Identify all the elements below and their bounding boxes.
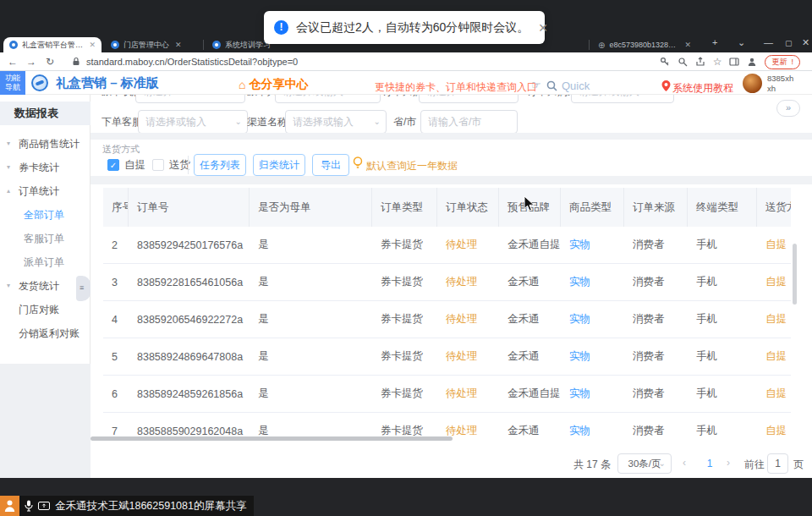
cell-delivery: 自提	[757, 238, 791, 252]
meeting-toast: ! 会议已超过2人，自动转为60分钟限时会议。 ✕	[264, 11, 545, 44]
screen: 礼盒营销平台管理中心 ✕ 门店管理中心 ✕ 系统培训学习 ⊕ e8c573980…	[0, 0, 812, 516]
browser-tab-1[interactable]: 礼盒营销平台管理中心 ✕	[3, 37, 102, 52]
current-page[interactable]: 1	[701, 458, 718, 469]
new-tab-button[interactable]: +	[712, 37, 717, 47]
reload-icon[interactable]: ↻	[41, 56, 59, 68]
sidebar-item-rebate-reconcile[interactable]: 分销返利对账	[0, 321, 91, 345]
maximize-icon[interactable]: ▢	[785, 39, 793, 47]
tab-favicon	[9, 41, 18, 49]
category-stats-button[interactable]: 归类统计	[253, 154, 305, 176]
share-icon[interactable]	[695, 57, 705, 67]
filter-input-province-city[interactable]: 请输入省/市	[420, 110, 518, 134]
bookmark-star-icon[interactable]: ☆	[713, 56, 722, 68]
search-icon[interactable]	[546, 80, 557, 91]
brand-title: 礼盒营销 – 标准版	[56, 75, 159, 91]
cell-delivery: 自提	[757, 312, 791, 327]
filter-select-dispatch-status[interactable]: 请选择 ⌄	[135, 95, 245, 103]
browser-tab-2[interactable]: 门店管理中心 ✕	[105, 37, 200, 52]
home-icon: ⌂	[239, 78, 245, 91]
filter-select-order-owner[interactable]: 请选择 ⌄	[419, 95, 518, 103]
url-text[interactable]: standard.maboy.cn/OrderStatisticsDetail?…	[86, 57, 298, 67]
forward-icon[interactable]: →	[22, 56, 41, 68]
sidebar-item-service-orders[interactable]: 客服订单	[0, 227, 91, 250]
filter-select-dispatcher[interactable]: 请选择或输入 ⌄	[275, 95, 381, 103]
cell-is-parent: 是	[250, 312, 372, 327]
cell-product-type[interactable]: 实物	[561, 387, 624, 401]
cell-seq: 5	[103, 351, 129, 363]
chevron-down-icon[interactable]: ⌄	[738, 37, 745, 48]
sidebar-item-order-stats[interactable]: ▴ 订单统计	[0, 179, 91, 203]
mouse-cursor	[524, 195, 535, 212]
filter-select-order-service[interactable]: 请选择或输入 ⌄	[138, 110, 248, 134]
expand-filters-button[interactable]: »	[776, 100, 800, 117]
next-page-icon[interactable]: ›	[727, 457, 730, 469]
cell-is-parent: 是	[250, 238, 372, 252]
checkbox-delivery[interactable]	[152, 159, 164, 171]
filter-select-order-owner-party[interactable]: 请选择或输入 ⌄	[571, 95, 674, 103]
sidebar-title: 数据报表	[0, 102, 91, 125]
goto-page-input[interactable]: 1	[767, 453, 788, 474]
share-user-tile[interactable]	[0, 496, 19, 516]
cell-order-no: 83859228165461056a	[129, 277, 250, 288]
filter-select-channel-name[interactable]: 请选择或输入 ⌄	[285, 110, 387, 134]
sidebar-item-all-orders[interactable]: 全部订单	[0, 203, 91, 227]
avatar[interactable]	[743, 74, 762, 93]
sidebar-item-store-reconcile[interactable]: 门店对账	[0, 298, 91, 321]
cell-product-type[interactable]: 实物	[561, 424, 624, 438]
sidebar-collapse-handle[interactable]: ≡	[76, 276, 91, 301]
cell-presale-brand: 金禾通	[499, 275, 561, 289]
sidebar-item-coupon-stats[interactable]: ▾ 券卡统计	[0, 156, 91, 179]
browser-tab-4[interactable]: ⊕ e8c573980b1328a258fd2e6f8 ✕	[592, 37, 697, 52]
table-body: 2 83859294250176576a 是 券卡提货 待处理 金禾通自提 实物…	[103, 227, 791, 443]
minimize-icon[interactable]: —	[764, 37, 773, 47]
checkbox-pickup[interactable]: ✓	[107, 159, 119, 171]
task-list-button[interactable]: 任务列表	[194, 154, 246, 176]
cell-presale-brand: 金禾通自提	[499, 238, 561, 252]
function-nav-button[interactable]: 功能 导航	[0, 71, 25, 95]
quick-search-link[interactable]: Quick	[562, 80, 590, 92]
back-icon[interactable]: ←	[3, 56, 22, 68]
cell-seq: 2	[103, 239, 129, 251]
page-size-select[interactable]: 30条/页 ⌄	[617, 453, 672, 474]
table-header: 序号 订单号 是否为母单 订单类型 订单状态 预售品牌 商品类型 订单来源 终端…	[103, 188, 791, 227]
horizontal-scrollbar[interactable]	[91, 436, 453, 441]
cell-source: 消费者	[624, 312, 688, 327]
key-icon[interactable]	[660, 57, 670, 67]
tab-close-icon[interactable]: ✕	[684, 41, 691, 49]
vertical-scrollbar[interactable]	[793, 244, 797, 305]
table-row: 6 83858924859261856a 是 券卡提货 待处理 金禾通自提 实物…	[103, 376, 791, 413]
profile-icon[interactable]	[747, 57, 757, 67]
export-button[interactable]: 导出	[312, 154, 349, 176]
prev-page-icon[interactable]: ‹	[683, 457, 686, 469]
tab-close-icon[interactable]: ✕	[89, 41, 96, 49]
filter-label-order-owner-party: 订单归属方	[527, 95, 578, 103]
menu-icon: ≡	[80, 283, 84, 292]
checkbox-pickup-label[interactable]: 自提	[124, 156, 145, 174]
cell-delivery: 自提	[757, 387, 791, 401]
cell-order-no: 83858859029162048a	[129, 425, 250, 437]
zoom-icon[interactable]	[678, 57, 688, 67]
update-button[interactable]: 更新 !	[765, 55, 800, 69]
warehouse-share-link[interactable]: ⌂ 仓分享中心	[239, 77, 308, 92]
cell-delivery: 自提	[757, 275, 791, 289]
toast-close-icon[interactable]: ✕	[538, 21, 548, 35]
tab-title: 礼盒营销平台管理中心	[22, 40, 83, 51]
cell-product-type[interactable]: 实物	[561, 275, 624, 289]
cell-source: 消费者	[624, 424, 688, 438]
window-close-icon[interactable]: ✕	[802, 37, 809, 48]
system-tutorial-link[interactable]: 系统使用教程	[672, 81, 733, 96]
screen-share-bar: 金禾通技术王斌18662591081的屏幕共享	[19, 496, 254, 516]
cell-product-type[interactable]: 实物	[561, 238, 624, 252]
lock-icon	[71, 57, 81, 67]
sidebar-item-product-sales[interactable]: ▾ 商品销售统计	[0, 132, 91, 156]
query-range-hint: 默认查询近一年数据	[366, 159, 458, 173]
side-panel-icon[interactable]	[729, 57, 739, 67]
tab-close-icon[interactable]: ✕	[175, 41, 182, 49]
sidebar-item-dispatch-orders[interactable]: 派单订单	[0, 250, 91, 274]
cell-seq: 4	[103, 314, 129, 326]
cell-product-type[interactable]: 实物	[561, 349, 624, 364]
cell-product-type[interactable]: 实物	[561, 312, 624, 327]
toolbar-divider	[188, 156, 189, 174]
column-header: 订单号	[129, 188, 250, 227]
cell-status: 待处理	[437, 275, 499, 289]
